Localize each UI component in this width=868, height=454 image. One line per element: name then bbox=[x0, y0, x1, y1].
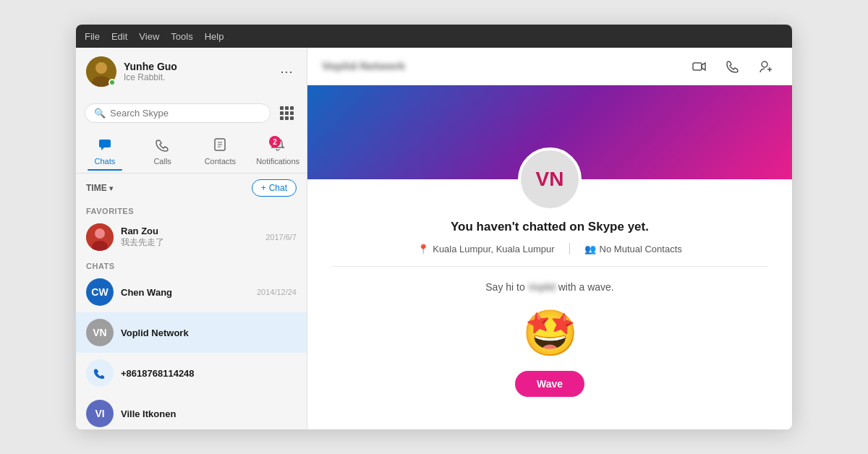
contact-name: Ville Itkonen bbox=[121, 408, 289, 419]
profile-status: Ice Rabbit. bbox=[124, 72, 269, 82]
mutual-contacts-text: No Mutual Contacts bbox=[600, 244, 682, 254]
favorites-section-label: FAVORITES bbox=[76, 202, 307, 217]
tab-chats[interactable]: Chats bbox=[76, 133, 134, 170]
nav-tabs: Chats Calls bbox=[76, 130, 307, 174]
blurred-contact-name: Voplid bbox=[528, 281, 556, 293]
contact-last-message: 我去先走了 bbox=[121, 236, 258, 249]
svg-rect-12 bbox=[693, 63, 702, 70]
contacts-icon bbox=[213, 137, 227, 155]
chat-area: Voplid Network bbox=[307, 48, 792, 429]
search-input[interactable] bbox=[110, 108, 261, 119]
wave-button[interactable]: Wave bbox=[515, 371, 584, 397]
location-meta: 📍 Kuala Lumpur, Kuala Lumpur bbox=[417, 244, 554, 254]
tab-notifications-label: Notifications bbox=[256, 157, 299, 166]
avatar-container bbox=[86, 56, 116, 87]
tab-calls[interactable]: Calls bbox=[134, 133, 192, 170]
profile-info: Yunhe Guo Ice Rabbit. bbox=[124, 61, 269, 82]
notification-badge: 2 bbox=[269, 136, 281, 147]
contact-meta: 📍 Kuala Lumpur, Kuala Lumpur 👥 No Mutual… bbox=[322, 243, 778, 254]
svg-rect-3 bbox=[99, 140, 111, 147]
svg-marker-4 bbox=[101, 147, 104, 150]
tab-contacts-label: Contacts bbox=[205, 157, 236, 166]
avatar bbox=[86, 223, 114, 251]
contacts-icon: 👥 bbox=[584, 244, 596, 254]
grid-menu-button[interactable] bbox=[275, 101, 298, 124]
contact-time: 2017/6/7 bbox=[265, 233, 297, 241]
menu-tools[interactable]: Tools bbox=[171, 31, 192, 42]
chevron-down-icon: ▾ bbox=[109, 184, 113, 192]
app-window: File Edit View Tools Help bbox=[76, 25, 792, 429]
plus-icon: + bbox=[261, 183, 266, 193]
not-chatted-text: You haven't chatted on Skype yet. bbox=[322, 220, 778, 234]
chats-section-label: CHATS bbox=[76, 257, 307, 272]
banner-avatar: VN bbox=[518, 147, 582, 211]
contacts-list: FAVORITES Ran Zou 我去先走了 2017/6/7 bbox=[76, 202, 307, 429]
avatar: VI bbox=[86, 400, 114, 427]
location-icon: 📍 bbox=[417, 244, 429, 254]
contact-details: You haven't chatted on Skype yet. 📍 Kual… bbox=[307, 220, 792, 266]
audio-call-button[interactable] bbox=[721, 55, 744, 78]
profile-section: Yunhe Guo Ice Rabbit. ⋯ bbox=[76, 48, 307, 95]
wave-prompt: Say hi to Voplid with a wave. bbox=[485, 281, 613, 293]
contact-name: Ran Zou bbox=[121, 226, 258, 236]
contact-name: Chen Wang bbox=[121, 287, 250, 298]
calls-icon bbox=[156, 137, 170, 155]
list-item[interactable]: VI Ville Itkonen bbox=[76, 393, 307, 429]
add-contact-button[interactable] bbox=[754, 55, 778, 78]
contact-info: Chen Wang bbox=[121, 287, 250, 298]
location-text: Kuala Lumpur, Kuala Lumpur bbox=[433, 244, 554, 254]
contact-banner: VN bbox=[307, 85, 792, 179]
search-section: 🔍 bbox=[76, 95, 307, 130]
tab-calls-label: Calls bbox=[153, 157, 171, 166]
contact-name: +8618768114248 bbox=[121, 368, 289, 379]
chat-body: VN You haven't chatted on Skype yet. 📍 K… bbox=[307, 85, 792, 429]
menu-view[interactable]: View bbox=[139, 31, 159, 42]
list-item[interactable]: +8618768114248 bbox=[76, 353, 307, 393]
list-header: TIME ▾ + Chat bbox=[76, 174, 307, 202]
contact-name: Voplid Network bbox=[121, 327, 289, 338]
contact-info: Ville Itkonen bbox=[121, 408, 289, 419]
chats-icon bbox=[98, 137, 112, 155]
new-chat-label: Chat bbox=[269, 183, 287, 193]
time-label-text: TIME bbox=[86, 183, 107, 193]
search-input-wrap: 🔍 bbox=[85, 103, 271, 123]
contact-info: +8618768114248 bbox=[121, 368, 289, 379]
mutual-contacts-meta: 👥 No Mutual Contacts bbox=[584, 244, 682, 254]
sidebar: Yunhe Guo Ice Rabbit. ⋯ 🔍 bbox=[76, 48, 307, 429]
more-options-button[interactable]: ⋯ bbox=[276, 61, 297, 82]
menu-help[interactable]: Help bbox=[205, 31, 224, 42]
svg-point-10 bbox=[95, 228, 105, 239]
avatar: CW bbox=[86, 278, 114, 306]
menu-bar: File Edit View Tools Help bbox=[76, 25, 792, 48]
header-actions bbox=[688, 55, 778, 78]
chat-contact-name: Voplid Network bbox=[322, 60, 679, 73]
list-item[interactable]: CW Chen Wang 2014/12/24 bbox=[76, 272, 307, 312]
online-indicator bbox=[109, 79, 116, 86]
avatar bbox=[86, 359, 114, 387]
tab-notifications[interactable]: 2 Notifications bbox=[249, 133, 307, 170]
tab-contacts[interactable]: Contacts bbox=[192, 133, 250, 170]
list-item[interactable]: Ran Zou 我去先走了 2017/6/7 bbox=[76, 217, 307, 257]
wave-emoji: 🤩 bbox=[522, 307, 578, 359]
search-icon: 🔍 bbox=[94, 108, 106, 119]
list-item[interactable]: VN Voplid Network bbox=[76, 312, 307, 353]
divider bbox=[332, 266, 768, 267]
menu-file[interactable]: File bbox=[85, 31, 100, 42]
contact-info: Voplid Network bbox=[121, 327, 289, 338]
menu-edit[interactable]: Edit bbox=[111, 31, 127, 42]
avatar: VN bbox=[86, 319, 114, 346]
contact-info: Ran Zou 我去先走了 bbox=[121, 226, 258, 249]
meta-divider bbox=[569, 243, 570, 254]
profile-name: Yunhe Guo bbox=[124, 61, 269, 72]
svg-point-1 bbox=[95, 62, 107, 74]
grid-icon bbox=[280, 106, 294, 120]
main-content: Yunhe Guo Ice Rabbit. ⋯ 🔍 bbox=[76, 48, 792, 429]
contact-time: 2014/12/24 bbox=[257, 288, 297, 296]
time-filter[interactable]: TIME ▾ bbox=[86, 183, 113, 193]
new-chat-button[interactable]: + Chat bbox=[252, 179, 297, 197]
svg-point-13 bbox=[762, 61, 767, 67]
video-call-button[interactable] bbox=[688, 55, 711, 78]
tab-chats-label: Chats bbox=[95, 157, 116, 166]
chat-header: Voplid Network bbox=[307, 48, 792, 85]
